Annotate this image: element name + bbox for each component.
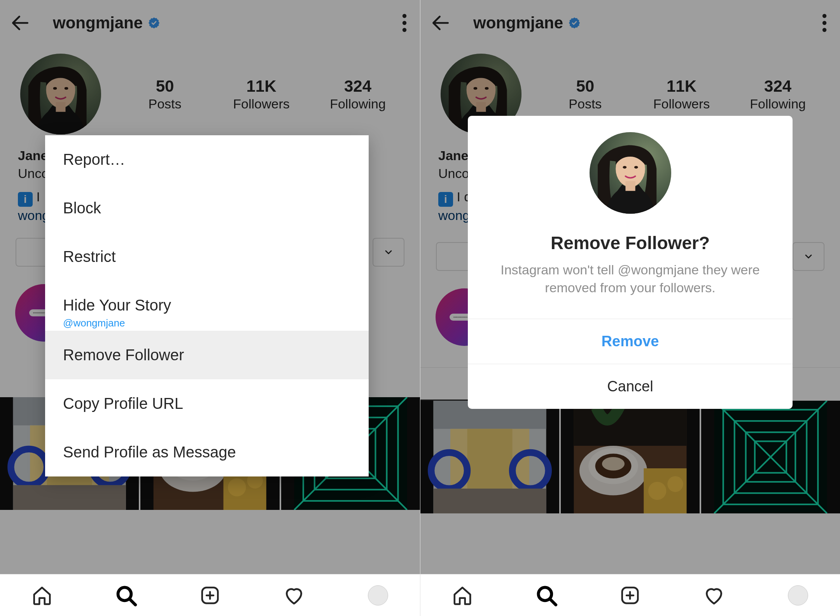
svg-point-39 [822,21,826,25]
profile-username: wongmjane [53,14,143,32]
stat-followers[interactable]: 11K Followers [646,77,716,112]
info-emoji-icon: i [18,192,33,207]
dialog-remove-button[interactable]: Remove [468,319,793,364]
stat-followers[interactable]: 11K Followers [226,77,296,112]
profile-avatar[interactable] [20,54,101,134]
grid-photo[interactable] [561,401,700,513]
info-emoji-icon: i [438,192,453,207]
svg-point-30 [402,14,406,18]
overflow-menu: Report… Block Restrict Hide Your Story @… [45,135,369,476]
dialog-cancel-button[interactable]: Cancel [468,364,793,409]
verified-badge-icon [568,16,581,30]
menu-block[interactable]: Block [45,184,369,232]
stat-posts[interactable]: 50 Posts [550,77,620,112]
stat-posts-value: 50 [130,77,200,96]
dialog-avatar [590,132,671,214]
stat-following-label: Following [323,96,393,112]
stat-following-value: 324 [323,77,393,96]
nav-avatar-icon [788,585,808,606]
nav-activity[interactable] [672,574,756,616]
menu-copy-url[interactable]: Copy Profile URL [45,379,369,428]
dialog-body: Instagram won't tell @wongmjane they wer… [468,253,793,319]
profile-header: wongmjane [420,0,840,46]
leak-watermark: @wongmjane [45,317,369,331]
remove-follower-dialog: Remove Follower? Instagram won't tell @w… [468,116,793,409]
menu-hide-story[interactable]: Hide Your Story [45,281,369,317]
bottom-nav [420,574,840,616]
photo-grid [420,401,840,513]
svg-line-44 [550,599,556,605]
stat-posts-label: Posts [130,96,200,112]
nav-avatar-icon [368,585,388,606]
bottom-nav [0,574,420,616]
more-options-button[interactable] [820,10,829,36]
svg-point-38 [822,14,826,18]
menu-send-profile[interactable]: Send Profile as Message [45,428,369,476]
grid-photo[interactable] [701,401,840,513]
nav-profile[interactable] [756,574,840,616]
stat-posts[interactable]: 50 Posts [130,77,200,112]
nav-profile[interactable] [336,574,420,616]
nav-activity[interactable] [252,574,336,616]
menu-restrict[interactable]: Restrict [45,232,369,281]
menu-report[interactable]: Report… [45,135,369,184]
nav-new-post[interactable] [168,574,252,616]
profile-header: wongmjane [0,0,420,46]
svg-point-32 [402,28,406,32]
stat-following[interactable]: 324 Following [323,77,393,112]
profile-stats-row: 50 Posts 11K Followers 324 Following [0,46,420,138]
back-button[interactable] [9,12,31,34]
suggestions-dropdown-button[interactable] [373,238,404,267]
more-options-button[interactable] [400,10,409,36]
nav-search[interactable] [84,574,168,616]
back-button[interactable] [430,12,452,34]
suggestions-dropdown-button[interactable] [793,242,824,271]
stat-followers-value: 11K [226,77,296,96]
verified-badge-icon [147,16,161,30]
nav-new-post[interactable] [588,574,672,616]
dialog-title: Remove Follower? [468,232,793,253]
svg-point-31 [402,21,406,25]
menu-remove-follower[interactable]: Remove Follower [45,331,369,379]
stat-followers-label: Followers [226,96,296,112]
nav-search[interactable] [504,574,588,616]
svg-point-40 [822,28,826,32]
nav-home[interactable] [0,574,84,616]
profile-screen-with-dialog: wongmjane 50 Posts 11K Followers 324 Fol… [420,0,840,616]
profile-screen-with-menu: wongmjane 50 Posts 11K Followers 324 Fol… [0,0,420,616]
profile-username: wongmjane [473,14,563,32]
grid-photo[interactable] [420,401,559,513]
stat-following[interactable]: 324 Following [743,77,813,112]
nav-home[interactable] [420,574,504,616]
svg-line-34 [130,599,136,605]
